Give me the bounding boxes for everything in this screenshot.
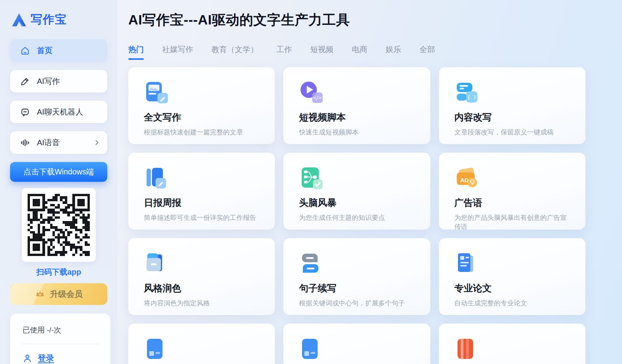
peek-blue-doc-icon bbox=[144, 336, 169, 362]
sidebar: 写作宝 首页 AI写作 AI聊天机器人 AI语音 bbox=[0, 0, 117, 364]
sidebar-item-home[interactable]: 首页 bbox=[10, 39, 107, 62]
tab-work[interactable]: 工作 bbox=[276, 44, 292, 60]
ad-copy-icon: AD bbox=[454, 165, 480, 191]
svg-text:{ }: { } bbox=[467, 94, 476, 100]
card-peek-2[interactable] bbox=[283, 324, 430, 364]
card-ad-copy[interactable]: AD 广告语 为您的产品头脑风暴出有创意的广告宣传语 bbox=[439, 153, 585, 230]
user-icon bbox=[23, 354, 32, 363]
card-peek-3[interactable] bbox=[439, 324, 585, 364]
app-logo: 写作宝 bbox=[11, 12, 107, 28]
download-windows-button[interactable]: 点击下载Windows端 bbox=[10, 162, 107, 182]
sentence-continue-icon bbox=[299, 251, 325, 277]
card-description: 为您的产品头脑风暴出有创意的广告宣传语 bbox=[454, 213, 570, 231]
card-short-video-script[interactable]: </> 短视频脚本 快速生成短视频脚本 bbox=[283, 67, 430, 144]
page-title: AI写作宝---AI驱动的文字生产力工具 bbox=[128, 11, 622, 29]
short-video-script-icon: </> bbox=[299, 80, 325, 106]
qr-caption: 扫码下载app bbox=[10, 267, 107, 277]
upgrade-label: 升级会员 bbox=[50, 289, 83, 300]
brainstorm-icon bbox=[299, 165, 325, 191]
svg-text:</>: </> bbox=[313, 95, 322, 101]
tool-card-grid: 全文写作 根据标题快速创建一篇完整的文章 </> 短视频脚本 快速生成短视频脚本… bbox=[128, 67, 585, 364]
card-description: 根据标题快速创建一篇完整的文章 bbox=[144, 128, 259, 137]
card-fulltext-writing[interactable]: 全文写作 根据标题快速创建一篇完整的文章 bbox=[128, 67, 275, 144]
account-card: 已使用 -/-次 登录 bbox=[10, 313, 110, 364]
daily-report-icon bbox=[144, 165, 169, 191]
card-style-polish[interactable]: 风格润色 将内容润色为指定风格 bbox=[128, 238, 275, 315]
tab-education[interactable]: 教育（文学） bbox=[211, 44, 258, 60]
card-description: 根据关键词或中心句，扩展多个句子 bbox=[299, 299, 414, 308]
category-tabs: 热门社媒写作教育（文学）工作短视频电商娱乐全部 bbox=[128, 44, 622, 60]
card-title: 句子续写 bbox=[299, 282, 414, 294]
logo-icon bbox=[11, 12, 27, 28]
card-peek-1[interactable] bbox=[128, 324, 275, 364]
peek-red-book-icon bbox=[454, 336, 480, 362]
card-description: 将内容润色为指定风格 bbox=[144, 299, 259, 308]
home-icon bbox=[20, 46, 30, 56]
svg-text:AD: AD bbox=[460, 177, 469, 183]
fulltext-writing-icon bbox=[144, 80, 169, 106]
card-title: 专业论文 bbox=[454, 282, 570, 294]
card-title: 风格润色 bbox=[144, 282, 259, 294]
style-polish-icon bbox=[144, 251, 169, 277]
card-description: 自动生成完整的专业论文 bbox=[454, 299, 570, 308]
usage-counter: 已使用 -/-次 bbox=[23, 325, 110, 335]
card-sentence-continue[interactable]: 句子续写 根据关键词或中心句，扩展多个句子 bbox=[283, 238, 430, 315]
sidebar-item-ai-chatbot[interactable]: AI聊天机器人 bbox=[10, 101, 107, 123]
sidebar-item-ai-voice[interactable]: AI语音 bbox=[10, 131, 107, 154]
card-title: 短视频脚本 bbox=[299, 111, 414, 124]
tab-all[interactable]: 全部 bbox=[419, 44, 435, 60]
chat-icon bbox=[20, 107, 30, 117]
voice-icon bbox=[20, 138, 30, 148]
card-title: 头脑风暴 bbox=[299, 197, 414, 209]
crown-icon bbox=[35, 289, 45, 299]
tab-ecommerce[interactable]: 电商 bbox=[352, 44, 367, 60]
sidebar-menu: 首页 AI写作 AI聊天机器人 AI语音 bbox=[10, 39, 107, 154]
card-description: 简单描述即可生成一份详实的工作报告 bbox=[144, 213, 259, 222]
thesis-icon bbox=[454, 251, 480, 277]
qr-code-card bbox=[22, 188, 96, 262]
tab-entertainment[interactable]: 娱乐 bbox=[386, 44, 401, 60]
card-title: 广告语 bbox=[454, 197, 570, 209]
chevron-right-icon bbox=[93, 139, 100, 146]
qr-code-image bbox=[28, 194, 90, 256]
main-content: AI写作宝---AI驱动的文字生产力工具 热门社媒写作教育（文学）工作短视频电商… bbox=[128, 0, 622, 364]
upgrade-membership-button[interactable]: 升级会员 bbox=[10, 283, 107, 305]
divider bbox=[23, 344, 99, 344]
tab-social-media[interactable]: 社媒写作 bbox=[162, 44, 193, 60]
login-button[interactable]: 登录 bbox=[23, 353, 110, 364]
card-daily-report[interactable]: 日报周报 简单描述即可生成一份详实的工作报告 bbox=[128, 153, 275, 230]
card-title: 全文写作 bbox=[144, 111, 259, 124]
peek-blue-doc-icon bbox=[299, 336, 325, 362]
card-title: 内容改写 bbox=[454, 111, 570, 124]
tab-hot[interactable]: 热门 bbox=[128, 44, 144, 60]
card-title: 日报周报 bbox=[144, 197, 259, 209]
tab-short-video[interactable]: 短视频 bbox=[310, 44, 334, 60]
content-rewrite-icon: { } bbox=[454, 80, 480, 106]
card-description: 文章段落改写，保留原义一键成稿 bbox=[454, 128, 570, 137]
card-brainstorm[interactable]: 头脑风暴 为您生成任何主题的知识要点 bbox=[283, 153, 430, 230]
sidebar-item-ai-writing[interactable]: AI写作 bbox=[10, 70, 107, 92]
login-label: 登录 bbox=[38, 353, 54, 364]
logo-text: 写作宝 bbox=[31, 12, 67, 28]
card-description: 快速生成短视频脚本 bbox=[299, 128, 414, 137]
pencil-icon bbox=[20, 77, 30, 86]
card-content-rewrite[interactable]: { } 内容改写 文章段落改写，保留原义一键成稿 bbox=[439, 67, 585, 144]
card-description: 为您生成任何主题的知识要点 bbox=[299, 213, 414, 222]
card-thesis[interactable]: 专业论文 自动生成完整的专业论文 bbox=[439, 238, 585, 315]
